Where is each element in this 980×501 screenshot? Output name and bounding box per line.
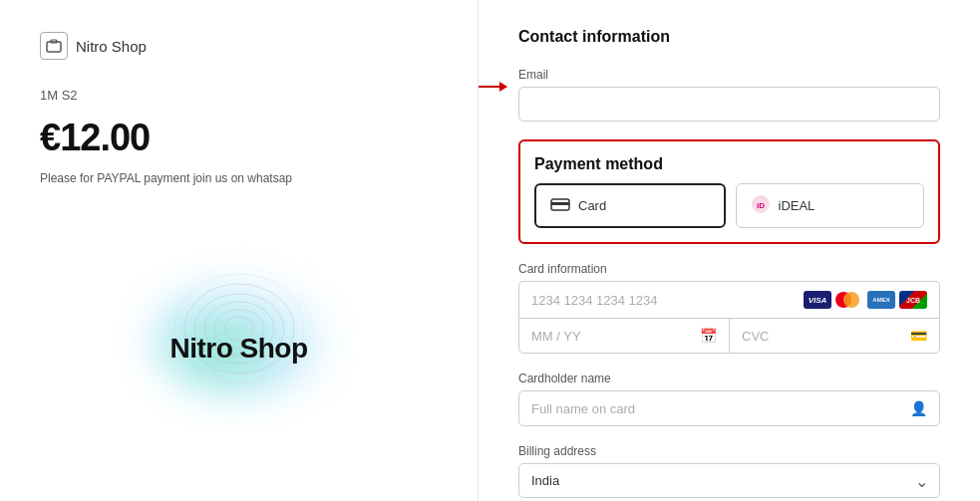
mc-right xyxy=(843,292,859,308)
payment-options: Card iD iDEAL xyxy=(534,183,924,228)
payment-option-ideal[interactable]: iD iDEAL xyxy=(736,183,925,228)
svg-text:iD: iD xyxy=(757,201,765,210)
shop-header: Nitro Shop xyxy=(40,32,438,60)
card-number-row[interactable]: 1234 1234 1234 1234 VISA AMEX JCB xyxy=(518,281,940,318)
mastercard-logo xyxy=(835,291,863,309)
card-expiry-field[interactable]: MM / YY 📅 xyxy=(519,319,730,353)
arrow-annotation xyxy=(479,86,506,88)
jcb-logo: JCB xyxy=(899,291,927,309)
svg-point-8 xyxy=(167,269,311,390)
shop-icon xyxy=(40,32,68,60)
payment-method-title: Payment method xyxy=(534,155,924,173)
billing-select-wrap: India United States United Kingdom Germa… xyxy=(518,463,940,498)
card-icon xyxy=(550,197,570,215)
card-info-section: Card information 1234 1234 1234 1234 VIS… xyxy=(518,262,940,354)
cardholder-placeholder: Full name on card xyxy=(531,401,635,416)
billing-label: Billing address xyxy=(518,444,940,458)
email-input[interactable] xyxy=(518,87,940,122)
calendar-icon: 📅 xyxy=(700,328,717,344)
card-logos: VISA AMEX JCB xyxy=(804,291,927,309)
card-label: Card xyxy=(578,198,606,213)
payment-option-card[interactable]: Card xyxy=(534,183,726,228)
expiry-placeholder: MM / YY xyxy=(531,329,581,344)
shop-name: Nitro Shop xyxy=(76,38,147,55)
left-panel: Nitro Shop 1M S2 €12.00 Please for PAYPA… xyxy=(0,0,479,501)
email-section: Email xyxy=(518,68,940,122)
right-panel: Contact information Email Payment method… xyxy=(479,0,980,501)
email-label: Email xyxy=(518,68,940,82)
card-cvc-field[interactable]: CVC 💳 xyxy=(730,319,939,353)
cvc-icon: 💳 xyxy=(910,328,927,344)
card-info-label: Card information xyxy=(518,262,940,276)
ideal-label: iDEAL xyxy=(779,198,816,213)
billing-country-select[interactable]: India United States United Kingdom Germa… xyxy=(518,463,940,498)
arrow-line xyxy=(479,86,506,88)
card-expiry-cvc-row: MM / YY 📅 CVC 💳 xyxy=(518,318,940,354)
svg-point-7 xyxy=(174,274,304,383)
cardholder-label: Cardholder name xyxy=(518,372,940,385)
billing-section: Billing address India United States Unit… xyxy=(518,444,940,498)
amex-logo: AMEX xyxy=(867,291,895,309)
svg-rect-10 xyxy=(551,202,569,205)
visa-logo: VISA xyxy=(804,291,831,309)
cardholder-section: Cardholder name Full name on card 👤 xyxy=(518,372,940,426)
logo-text: Nitro Shop xyxy=(169,333,307,365)
product-name: 1M S2 xyxy=(40,88,438,103)
cvc-placeholder: CVC xyxy=(742,329,769,344)
payment-method-box: Payment method Card iD iD xyxy=(518,139,940,244)
price: €12.00 xyxy=(40,117,438,159)
cardholder-input-wrap[interactable]: Full name on card 👤 xyxy=(518,390,940,426)
ideal-icon: iD xyxy=(751,194,771,217)
payment-note: Please for PAYPAL payment join us on wha… xyxy=(40,171,438,185)
contact-section: Contact information xyxy=(518,28,940,50)
contact-section-title: Contact information xyxy=(518,28,940,46)
person-icon: 👤 xyxy=(910,400,927,416)
logo-area: Nitro Shop xyxy=(40,207,438,469)
card-number-placeholder: 1234 1234 1234 1234 xyxy=(531,293,658,308)
